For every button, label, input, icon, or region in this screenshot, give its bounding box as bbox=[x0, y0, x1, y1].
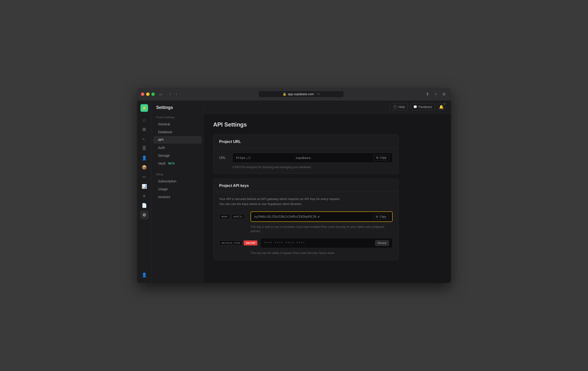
anon-key-tags: anon public bbox=[219, 214, 248, 219]
api-label: API bbox=[158, 138, 164, 142]
service-role-key-tags: service_role secret bbox=[219, 240, 257, 245]
navigation-controls: ‹ › bbox=[168, 91, 178, 97]
vault-beta-badge: BETA bbox=[168, 162, 174, 165]
copy-icon: ⧉ bbox=[376, 156, 378, 159]
help-button[interactable]: ? Help bbox=[390, 103, 408, 110]
secret-tag: secret bbox=[244, 240, 257, 245]
sidebar-item-database[interactable]: Database bbox=[153, 128, 201, 136]
sidebar-item-docs[interactable]: 📄 bbox=[140, 201, 148, 210]
url-hint: A RESTful endpoint for querying and mana… bbox=[219, 165, 393, 169]
anon-tag: anon bbox=[219, 214, 230, 219]
supabase-logo: ⚡ bbox=[140, 104, 148, 112]
share-button[interactable]: ⬆ bbox=[424, 91, 431, 97]
sidebar-item-settings[interactable]: ⚙ bbox=[140, 211, 148, 219]
anon-key-value: eyJhbGciOiJIUzI1NiIsInR5cCI6IkpXVCJ9.e bbox=[254, 215, 320, 218]
project-settings-label: Project Settings bbox=[151, 114, 203, 120]
project-url-card-body: URL https:// supabase. ⧉ Copy bbox=[213, 148, 398, 174]
new-tab-button[interactable]: + bbox=[433, 91, 439, 97]
url-row: URL https:// supabase. ⧉ Copy bbox=[219, 153, 393, 163]
sidebar-item-api[interactable]: <> bbox=[140, 173, 148, 181]
browser-chrome: ▭ ‹ › 🔒 app.supabase.com ↻ ⬆ + ⧉ bbox=[137, 88, 451, 100]
sidebar-item-table-editor[interactable]: ⊞ bbox=[140, 125, 148, 134]
sidebar-item-home[interactable]: ⌂ bbox=[140, 116, 148, 124]
sidebar-item-invoices[interactable]: Invoices bbox=[153, 193, 201, 201]
sidebar-item-user[interactable]: 👤 bbox=[140, 271, 148, 279]
usage-label: Usage bbox=[158, 187, 168, 191]
browser-window: ▭ ‹ › 🔒 app.supabase.com ↻ ⬆ + ⧉ ⚡ ⌂ ⊞ bbox=[137, 88, 451, 283]
storage-label: Storage bbox=[158, 154, 170, 157]
sidebar-item-auth[interactable]: Auth bbox=[153, 144, 201, 152]
main-content: ? Help 💬 Feedback 🔔 API Settings Project… bbox=[204, 100, 451, 283]
address-bar: 🔒 app.supabase.com ↻ bbox=[181, 91, 421, 98]
logo[interactable]: ⚡ bbox=[140, 104, 148, 112]
copy-icon-anon: ⧉ bbox=[376, 215, 378, 218]
url-field: https:// supabase. ⧉ Copy bbox=[232, 153, 393, 163]
sidebar-item-usage[interactable]: Usage bbox=[153, 185, 201, 193]
anon-key-copy-label: Copy bbox=[379, 215, 386, 218]
sidebar-item-general[interactable]: General bbox=[153, 120, 201, 128]
back-button[interactable]: ‹ bbox=[168, 91, 172, 97]
sidebar-item-sql-editor[interactable]: >_ bbox=[140, 135, 148, 143]
api-keys-card-body: Your API is secured behind an API gatewa… bbox=[213, 192, 398, 260]
anon-key-copy-button[interactable]: ⧉ Copy bbox=[373, 214, 389, 219]
invoices-label: Invoices bbox=[158, 195, 170, 199]
browser-actions: ⬆ + ⧉ bbox=[424, 91, 447, 97]
refresh-icon[interactable]: ↻ bbox=[317, 92, 320, 96]
settings-sidebar: Settings Project Settings General Databa… bbox=[151, 100, 204, 283]
icon-sidebar: ⚡ ⌂ ⊞ >_ 🗄 👤 📦 <> 📊 ≡ 📄 ⚙ 👤 bbox=[137, 100, 151, 283]
url-text: app.supabase.com bbox=[288, 92, 314, 96]
sidebar-item-auth[interactable]: 👤 bbox=[140, 154, 148, 162]
project-url-card: Project URL URL https:// supabase. ⧉ bbox=[213, 135, 399, 174]
notification-dot bbox=[443, 103, 445, 105]
close-button[interactable] bbox=[141, 93, 144, 96]
url-label: URL bbox=[219, 156, 229, 160]
maximize-button[interactable] bbox=[151, 93, 155, 96]
minimize-button[interactable] bbox=[146, 93, 149, 96]
url-value: https:// supabase. bbox=[236, 156, 312, 160]
traffic-lights bbox=[141, 93, 155, 96]
feedback-label: Feedback bbox=[419, 105, 432, 109]
auth-label: Auth bbox=[158, 146, 165, 150]
page-title: API Settings bbox=[213, 121, 399, 128]
general-label: General bbox=[158, 122, 170, 126]
bell-icon: 🔔 bbox=[439, 105, 444, 109]
notifications-button[interactable]: 🔔 bbox=[438, 103, 445, 111]
api-keys-card-title: Project API keys bbox=[213, 179, 398, 192]
service-role-key-hint: This key has the ability to bypass Row L… bbox=[219, 251, 393, 255]
tabs-button[interactable]: ⧉ bbox=[441, 91, 447, 97]
sidebar-item-storage[interactable]: 📦 bbox=[140, 163, 148, 172]
service-role-key-row: service_role secret **** **** **** **** … bbox=[219, 238, 393, 248]
api-keys-card: Project API keys Your API is secured beh… bbox=[213, 179, 399, 260]
url-copy-button[interactable]: ⧉ Copy bbox=[374, 155, 389, 161]
service-role-key-value: **** **** **** **** bbox=[264, 241, 305, 245]
help-icon: ? bbox=[393, 105, 397, 109]
forward-button[interactable]: › bbox=[174, 91, 178, 97]
url-input[interactable]: 🔒 app.supabase.com ↻ bbox=[258, 91, 344, 98]
database-label: Database bbox=[158, 130, 172, 134]
billing-section-label: Billing bbox=[151, 171, 203, 177]
subscription-label: Subscription bbox=[158, 179, 176, 183]
help-label: Help bbox=[398, 105, 405, 109]
service-role-key-field: **** **** **** **** Reveal bbox=[260, 238, 393, 248]
feedback-icon: 💬 bbox=[413, 105, 417, 109]
reveal-key-button[interactable]: Reveal bbox=[375, 240, 389, 246]
app-container: ⚡ ⌂ ⊞ >_ 🗄 👤 📦 <> 📊 ≡ 📄 ⚙ 👤 Settings Pro… bbox=[137, 100, 451, 283]
sidebar-item-logs[interactable]: ≡ bbox=[140, 192, 148, 200]
lock-icon: 🔒 bbox=[283, 92, 286, 96]
anon-key-field: eyJhbGciOiJIUzI1NiIsInR5cCI6IkpXVCJ9.e ⧉… bbox=[251, 211, 393, 222]
project-url-card-title: Project URL bbox=[213, 135, 398, 148]
sidebar-item-storage[interactable]: Storage bbox=[153, 152, 201, 159]
url-copy-label: Copy bbox=[380, 156, 387, 159]
service-role-tag: service_role bbox=[219, 240, 242, 245]
settings-title: Settings bbox=[151, 105, 203, 114]
sidebar-toggle-button[interactable]: ▭ bbox=[158, 91, 164, 97]
reveal-label: Reveal bbox=[378, 241, 387, 245]
feedback-button[interactable]: 💬 Feedback bbox=[410, 103, 435, 110]
sidebar-item-subscription[interactable]: Subscription bbox=[153, 177, 201, 185]
sidebar-item-api[interactable]: API bbox=[153, 136, 201, 144]
sidebar-item-database[interactable]: 🗄 bbox=[140, 144, 148, 153]
sidebar-item-reports[interactable]: 📊 bbox=[140, 182, 148, 191]
api-keys-description: Your API is secured behind an API gatewa… bbox=[219, 197, 393, 207]
sidebar-item-vault[interactable]: Vault BETA bbox=[153, 160, 201, 167]
anon-key-row: anon public eyJhbGciOiJIUzI1NiIsInR5cCI6… bbox=[219, 211, 393, 222]
